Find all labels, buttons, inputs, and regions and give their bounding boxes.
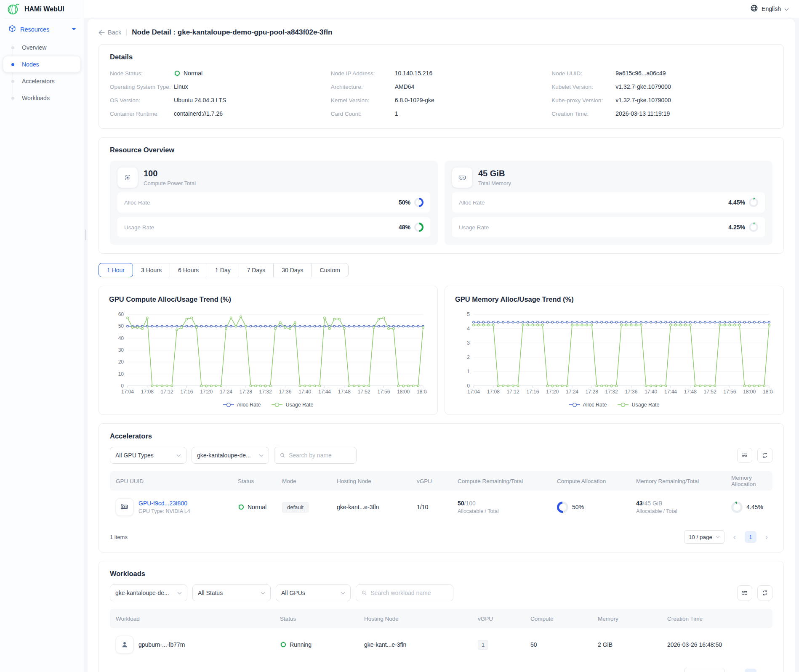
table-row[interactable]: GPU-f9cd...23f800 GPU Type: NVIDIA L4 No… [110, 491, 772, 523]
page-number-1[interactable]: 1 [745, 669, 756, 672]
accelerators-table-footer: 1 items 10 / page ‹ 1 › [110, 530, 772, 544]
workload-gpu-select[interactable]: All GPUs [276, 584, 351, 601]
chip-icon [117, 167, 138, 188]
chevron-down-icon[interactable] [784, 5, 789, 12]
memory-allocation-cell: 4.45% [725, 494, 772, 521]
refresh-button[interactable] [757, 585, 772, 600]
sidebar-item-nodes[interactable]: Nodes [3, 56, 80, 72]
svg-text:10: 10 [118, 371, 124, 377]
gpu-type-select[interactable]: All GPU Types [110, 447, 186, 464]
chevron-down-icon [72, 28, 76, 31]
next-page-button[interactable]: › [761, 531, 772, 543]
sidebar-item-label: Nodes [22, 61, 39, 68]
chevron-down-icon [177, 592, 182, 595]
page-title: Node Detail : gke-kantaloupe-demo-gpu-po… [132, 28, 332, 37]
divider [126, 29, 127, 36]
gpu-uuid-link[interactable]: GPU-f9cd...23f800 [138, 500, 190, 507]
legend-marker-icon [618, 402, 629, 407]
workload-name[interactable]: gpuburn-...-lb77m [138, 641, 185, 648]
sidebar-item-workloads[interactable]: Workloads [3, 90, 80, 106]
workload-search[interactable] [356, 584, 453, 601]
svg-text:17:12: 17:12 [161, 389, 173, 395]
workload-status-select[interactable]: All Status [192, 584, 271, 601]
items-count: 1 items [110, 534, 128, 540]
svg-text:17:40: 17:40 [298, 389, 311, 395]
prev-page-button[interactable]: ‹ [729, 531, 740, 543]
brand[interactable]: HAMi WebUI [0, 0, 84, 19]
back-label: Back [108, 29, 121, 36]
svg-text:2: 2 [467, 354, 470, 360]
bullet-icon [11, 46, 14, 49]
column-settings-button[interactable] [737, 448, 752, 463]
sidebar-collapse-handle[interactable] [85, 229, 86, 240]
svg-text:60: 60 [118, 311, 124, 317]
compute-cell: 50 [525, 634, 592, 656]
svg-text:17:12: 17:12 [507, 389, 519, 395]
compute-power-card: 100 Compute Power Total Alloc Rate 50% [110, 161, 438, 245]
tab-1-hour[interactable]: 1 Hour [99, 263, 133, 277]
compute-usage-rate-value: 48% [399, 224, 410, 231]
workload-search-input[interactable] [370, 590, 448, 596]
legend-item[interactable]: Usage Rate [272, 402, 313, 408]
page-header: Back Node Detail : gke-kantaloupe-demo-g… [88, 19, 795, 44]
sidebar-group-label: Resources [20, 26, 49, 33]
tab-6-hours[interactable]: 6 Hours [170, 263, 207, 277]
svg-text:17:52: 17:52 [358, 389, 370, 395]
accelerators-card: Accelerators All GPU Types gke-kantaloup… [99, 423, 784, 552]
node-select[interactable]: gke-kantaloupe-de... [192, 447, 269, 464]
gpu-memory-trend-chart[interactable]: 01234517:0417:0817:1217:1617:2017:2417:2… [455, 309, 773, 398]
svg-text:17:24: 17:24 [566, 389, 578, 395]
legend-item[interactable]: Usage Rate [618, 402, 659, 408]
accelerator-search-input[interactable] [289, 452, 351, 459]
gpu-compute-trend-chart[interactable]: 010203040506017:0417:0817:1217:1617:2017… [109, 309, 427, 398]
sidebar-item-label: Workloads [22, 95, 50, 101]
detail-field-container-runtime: Container Runtime: containerd://1.7.26 [110, 107, 331, 120]
workload-icon [116, 636, 133, 653]
details-title: Details [110, 53, 772, 61]
language-selector-label[interactable]: English [762, 5, 781, 12]
legend-item[interactable]: Alloc Rate [569, 402, 607, 408]
next-page-button[interactable]: › [761, 669, 772, 672]
memory-alloc-rate-row: Alloc Rate 4.45% [452, 192, 765, 212]
back-button[interactable]: Back [99, 29, 121, 36]
legend-marker-icon [569, 402, 580, 407]
svg-text:0: 0 [121, 383, 124, 389]
sidebar-item-overview[interactable]: Overview [3, 40, 80, 56]
accelerator-search[interactable] [274, 447, 357, 464]
bullet-icon [11, 97, 14, 100]
gpu-memory-trend-title: GPU Memory Alloc/Usage Trend (%) [455, 295, 773, 303]
page-size-select[interactable]: 10 / page [684, 530, 724, 544]
resource-overview-row: 100 Compute Power Total Alloc Rate 50% [110, 161, 772, 245]
tab-1-day[interactable]: 1 Day [207, 263, 239, 277]
sidebar: HAMi WebUI Resources Overview Nodes [0, 0, 84, 672]
tab-custom[interactable]: Custom [312, 263, 349, 277]
tab-30-days[interactable]: 30 Days [273, 263, 312, 277]
resource-overview-title: Resource Overview [110, 146, 772, 154]
compute-remaining-cell: 50/100 Allocatable / Total [452, 492, 551, 522]
tab-3-hours[interactable]: 3 Hours [133, 263, 170, 277]
detail-field-node-status: Node Status: Normal [110, 67, 331, 80]
page-number-1[interactable]: 1 [745, 531, 756, 543]
page-size-select[interactable]: 10 / page [684, 668, 724, 672]
svg-text:17:24: 17:24 [220, 389, 232, 395]
app-title: HAMi WebUI [24, 5, 64, 13]
table-row[interactable]: gpuburn-...-lb77m Running gke-kant...e-3… [110, 628, 772, 661]
column-settings-button[interactable] [737, 585, 752, 600]
arrow-left-icon [99, 30, 105, 35]
legend-item[interactable]: Alloc Rate [223, 402, 261, 408]
column-settings-icon [741, 590, 748, 596]
sidebar-submenu: Overview Nodes Accelerators Workloads [0, 38, 84, 110]
compute-alloc-rate-row: Alloc Rate 50% [117, 192, 430, 212]
svg-text:40: 40 [118, 335, 124, 341]
prev-page-button[interactable]: ‹ [729, 669, 740, 672]
sidebar-group-resources[interactable]: Resources [0, 19, 84, 38]
svg-text:17:20: 17:20 [546, 389, 559, 395]
hami-logo-icon [7, 2, 20, 17]
workload-node-select[interactable]: gke-kantaloupe-de... [110, 584, 187, 601]
svg-text:30: 30 [118, 347, 124, 353]
sidebar-item-accelerators[interactable]: Accelerators [3, 73, 80, 89]
refresh-button[interactable] [757, 448, 772, 463]
status-normal-icon [174, 70, 180, 77]
svg-text:3: 3 [467, 340, 470, 346]
tab-7-days[interactable]: 7 Days [239, 263, 274, 277]
